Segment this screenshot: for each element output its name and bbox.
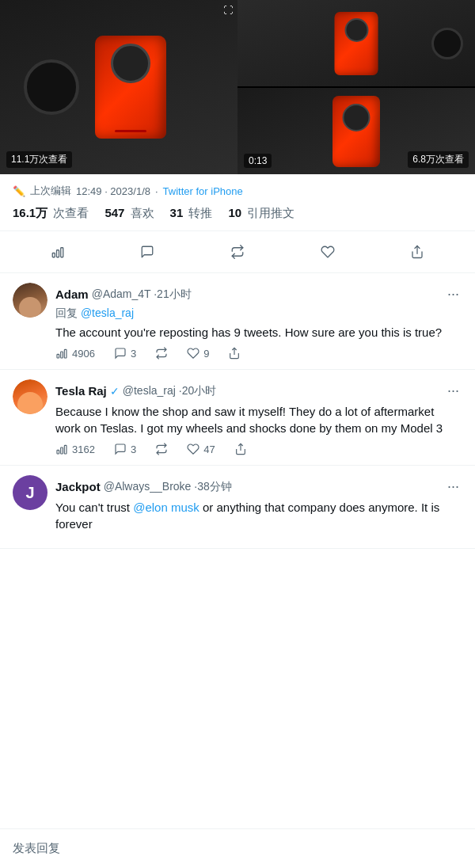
- share-action[interactable]: [234, 443, 247, 455]
- username[interactable]: Tesla Raj: [55, 384, 107, 398]
- bar-chart-icon: [51, 245, 65, 259]
- more-options-icon[interactable]: ···: [444, 283, 462, 306]
- svg-rect-2: [61, 248, 63, 257]
- media-left-video[interactable]: 11.1万次查看 ⛶: [0, 0, 238, 174]
- retweet-button[interactable]: [223, 238, 252, 266]
- svg-rect-5: [61, 352, 63, 358]
- share-button[interactable]: [403, 238, 431, 266]
- upload-icon: [410, 245, 424, 259]
- retweet-icon: [155, 347, 168, 360]
- retweet-action[interactable]: [155, 347, 168, 360]
- comment-icon: [114, 347, 127, 360]
- username[interactable]: Adam: [55, 287, 89, 301]
- reply-text: The account you're reposting has 9 tweet…: [55, 324, 462, 341]
- reply-text: You can't trust @elon musk or anything t…: [55, 499, 462, 532]
- likes-count[interactable]: 547 喜欢: [104, 206, 154, 221]
- reply-to-link[interactable]: @tesla_raj: [81, 306, 134, 319]
- edit-info: ✏️ 上次编辑 12:49 · 2023/1/8 · Twitter for i…: [13, 184, 462, 198]
- comment-icon: [140, 245, 154, 259]
- stats-action[interactable]: 4906: [55, 347, 95, 360]
- edit-label: 上次编辑: [30, 184, 71, 198]
- svg-rect-10: [64, 445, 66, 454]
- reply-header: Tesla Raj ✓ @tesla_raj ·20小时 ···: [55, 379, 462, 402]
- svg-rect-1: [56, 250, 59, 257]
- comment-icon: [114, 443, 127, 455]
- reply-item: Tesla Raj ✓ @tesla_raj ·20小时 ··· Because…: [0, 370, 475, 466]
- verified-icon: ✓: [110, 385, 120, 398]
- stats-icon: [55, 443, 68, 455]
- svg-rect-4: [57, 354, 59, 358]
- like-action[interactable]: 47: [187, 443, 215, 455]
- media-section: 11.1万次查看 ⛶ 0:13 6.8万次查看: [0, 0, 475, 174]
- avatar[interactable]: J: [13, 475, 48, 510]
- handle-time: @Always__Broke ·38分钟: [104, 480, 232, 494]
- mention-link[interactable]: @elon musk: [133, 501, 200, 514]
- comment-action[interactable]: 3: [114, 443, 136, 455]
- reply-content: Adam @Adam_4T ·21小时 ··· 回复 @tesla_raj Th…: [55, 283, 462, 360]
- svg-rect-8: [57, 450, 59, 454]
- heart-icon: [321, 245, 335, 259]
- reply-header: Adam @Adam_4T ·21小时 ···: [55, 283, 462, 306]
- like-button[interactable]: [314, 238, 342, 266]
- reply-actions: 4906 3 9: [55, 347, 462, 360]
- svg-rect-6: [64, 349, 66, 358]
- handle-time: @tesla_raj ·20小时: [123, 384, 217, 398]
- video-duration: 0:13: [244, 154, 272, 168]
- share-action[interactable]: [228, 347, 241, 360]
- stats-action[interactable]: 3162: [55, 443, 95, 455]
- like-action[interactable]: 9: [187, 347, 209, 360]
- media-right-top-video[interactable]: [238, 0, 475, 86]
- user-info: Jackpot @Always__Broke ·38分钟: [55, 480, 232, 494]
- media-right-bottom-video[interactable]: 0:13 6.8万次查看: [238, 88, 475, 174]
- handle-time: @Adam_4T ·21小时: [92, 287, 192, 302]
- retweet-action[interactable]: [155, 443, 168, 455]
- username[interactable]: Jackpot: [55, 480, 101, 493]
- stats-button[interactable]: [44, 238, 72, 266]
- svg-rect-0: [52, 253, 55, 257]
- avatar[interactable]: [13, 283, 48, 318]
- compose-bar: 发表回复: [0, 828, 475, 868]
- reply-to: 回复 @tesla_raj: [55, 306, 462, 321]
- reply-header: Jackpot @Always__Broke ·38分钟 ···: [55, 475, 462, 498]
- media-right-panel: 0:13 6.8万次查看: [238, 0, 475, 174]
- fullscreen-icon[interactable]: ⛶: [223, 5, 233, 16]
- user-info: Adam @Adam_4T ·21小时: [55, 287, 192, 302]
- reply-text: Because I know the shop and saw it mysel…: [55, 403, 462, 436]
- stats-bar: ✏️ 上次编辑 12:49 · 2023/1/8 · Twitter for i…: [0, 174, 475, 231]
- more-options-icon[interactable]: ···: [444, 379, 462, 402]
- heart-icon: [187, 347, 200, 360]
- compose-placeholder[interactable]: 发表回复: [13, 841, 60, 856]
- left-video-views: 11.1万次查看: [6, 151, 72, 168]
- right-bottom-views: 6.8万次查看: [408, 151, 469, 168]
- reply-content: Jackpot @Always__Broke ·38分钟 ··· You can…: [55, 475, 462, 539]
- counts-row: 16.1万 次查看 547 喜欢 31 转推 10 引用推文: [13, 206, 462, 221]
- reply-item: J Jackpot @Always__Broke ·38分钟 ··· You c…: [0, 466, 475, 549]
- action-bar: [0, 231, 475, 273]
- edit-time: 12:49 · 2023/1/8: [76, 185, 150, 197]
- retweet-icon: [155, 443, 168, 455]
- heart-icon: [187, 443, 200, 455]
- share-icon: [228, 347, 241, 360]
- reply-item: Adam @Adam_4T ·21小时 ··· 回复 @tesla_raj Th…: [0, 273, 475, 370]
- comment-button[interactable]: [133, 238, 162, 266]
- dot-separator: ·: [155, 185, 158, 197]
- user-info: Tesla Raj ✓ @tesla_raj ·20小时: [55, 384, 216, 398]
- retweets-count[interactable]: 31 转推: [170, 206, 213, 221]
- stats-icon: [55, 347, 68, 360]
- reply-actions: 3162 3 47: [55, 443, 462, 455]
- share-icon: [234, 443, 247, 455]
- quotes-count[interactable]: 10 引用推文: [228, 206, 294, 221]
- reply-content: Tesla Raj ✓ @tesla_raj ·20小时 ··· Because…: [55, 379, 462, 455]
- retweet-icon: [230, 245, 245, 259]
- svg-rect-9: [61, 447, 63, 454]
- avatar[interactable]: [13, 379, 48, 414]
- more-options-icon[interactable]: ···: [444, 475, 462, 498]
- pencil-icon: ✏️: [13, 185, 25, 197]
- comment-action[interactable]: 3: [114, 347, 136, 360]
- replies-container: Adam @Adam_4T ·21小时 ··· 回复 @tesla_raj Th…: [0, 273, 475, 549]
- views-count[interactable]: 16.1万 次查看: [13, 206, 89, 221]
- source-label[interactable]: Twitter for iPhone: [163, 185, 243, 197]
